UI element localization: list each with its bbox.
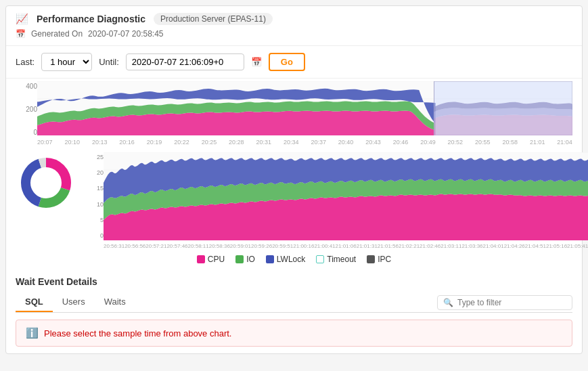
- generated-label: Generated On: [31, 29, 83, 39]
- legend-timeout-label: Timeout: [327, 255, 356, 264]
- controls-bar: Last: 1 hour Until: 📅 Go: [6, 46, 582, 79]
- filter-box[interactable]: 🔍: [437, 295, 572, 310]
- tab-users[interactable]: Users: [53, 292, 95, 312]
- detail-y-5: 5: [82, 217, 104, 223]
- overview-y-label-200: 200: [16, 106, 37, 113]
- detail-y-15: 15: [82, 185, 104, 192]
- header: 📈 Performance Diagnostic Production Serv…: [6, 6, 582, 46]
- legend-lwlock-dot: [266, 255, 274, 263]
- page-title: Performance Diagnostic: [37, 14, 145, 24]
- filter-input[interactable]: [457, 298, 566, 307]
- info-message-text: Please select the sample time from above…: [44, 328, 231, 339]
- detail-y-10: 10: [82, 201, 104, 208]
- detail-section: 25 20 15 10 5 0: [6, 147, 582, 249]
- tab-waits[interactable]: Waits: [95, 292, 135, 312]
- wait-event-details: Wait Event Details SQL Users Waits 🔍: [6, 269, 582, 313]
- until-input[interactable]: [126, 53, 244, 70]
- until-label: Until:: [99, 57, 119, 67]
- overview-chart-svg: [37, 81, 572, 135]
- legend-ipc: IPC: [367, 255, 391, 264]
- info-icon: ℹ️: [26, 327, 39, 339]
- detail-y-20: 20: [82, 169, 104, 176]
- legend-ipc-label: IPC: [378, 255, 391, 264]
- detail-chart-area: 25 20 15 10 5 0: [82, 152, 588, 249]
- wait-details-title: Wait Event Details: [16, 276, 572, 287]
- search-icon: 🔍: [443, 298, 453, 307]
- go-button[interactable]: Go: [269, 53, 305, 71]
- detail-y-25: 25: [82, 154, 104, 160]
- last-select[interactable]: 1 hour: [41, 53, 92, 71]
- legend-io: IO: [235, 255, 255, 264]
- detail-x-labels: 20:56:31 20:56:56 20:57:21 20:57:46 20:5…: [104, 243, 588, 249]
- legend-cpu-label: CPU: [208, 255, 225, 264]
- generated-value: 2020-07-07 20:58:45: [88, 29, 163, 39]
- overview-y-label-0: 0: [16, 129, 37, 136]
- legend-cpu-dot: [197, 255, 205, 263]
- tab-sql[interactable]: SQL: [16, 292, 53, 312]
- overview-chart-area: 400 200 0: [6, 79, 582, 146]
- legend-timeout: Timeout: [316, 255, 356, 264]
- info-message-box: ℹ️ Please select the sample time from ab…: [16, 320, 572, 347]
- last-label: Last:: [16, 57, 35, 67]
- legend-lwlock: LWLock: [266, 255, 305, 264]
- overview-y-label-400: 400: [16, 83, 37, 90]
- legend-io-label: IO: [246, 255, 255, 264]
- detail-y-0: 0: [82, 232, 104, 239]
- tabs: SQL Users Waits: [16, 292, 437, 312]
- server-tag: Production Server (EPAS-11): [154, 13, 273, 25]
- donut-chart: [16, 152, 76, 213]
- svg-point-9: [32, 169, 60, 196]
- tabs-filter-bar: SQL Users Waits 🔍: [16, 292, 572, 313]
- legend-cpu: CPU: [197, 255, 225, 264]
- detail-chart-svg: [104, 152, 588, 240]
- legend-io-dot: [235, 255, 244, 263]
- chart-icon: 📈: [16, 13, 28, 25]
- calendar-picker-icon[interactable]: 📅: [251, 57, 262, 67]
- legend-ipc-dot: [367, 255, 375, 263]
- legend-lwlock-label: LWLock: [277, 255, 305, 264]
- legend-timeout-dot: [316, 255, 324, 263]
- legend: CPU IO LWLock Timeout IPC: [6, 249, 582, 269]
- calendar-icon: 📅: [16, 29, 26, 39]
- overview-x-labels: 20:07 20:10 20:13 20:16 20:19 20:22 20:2…: [37, 139, 572, 146]
